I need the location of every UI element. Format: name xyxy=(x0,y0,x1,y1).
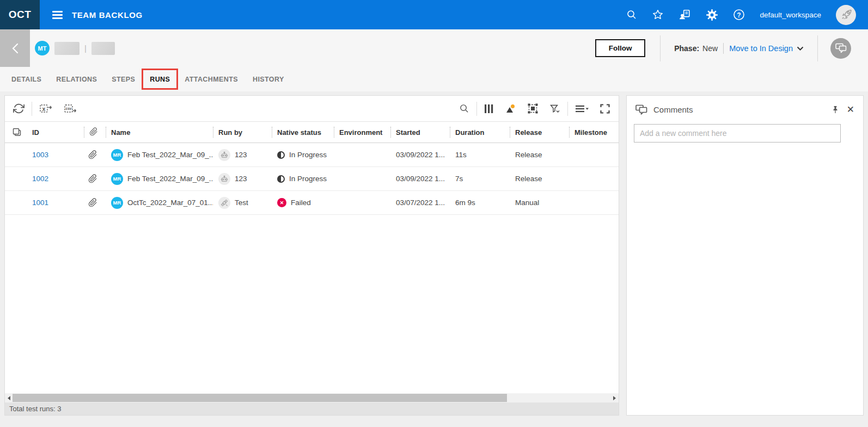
help-icon[interactable]: ? xyxy=(733,9,745,21)
column-header-release[interactable]: Release xyxy=(510,128,569,137)
table-row[interactable]: 1001 MR OctTc_2022_Mar_07_01... Test ✕ F… xyxy=(5,191,619,215)
run-type-badge: MR xyxy=(111,149,123,161)
scroll-left-arrow-icon[interactable] xyxy=(8,396,10,400)
paperclip-icon xyxy=(88,174,97,183)
tab-steps[interactable]: STEPS xyxy=(112,76,135,83)
tab-relations[interactable]: RELATIONS xyxy=(56,76,97,83)
native-status-value: In Progress xyxy=(289,175,327,183)
divider xyxy=(660,35,661,61)
chevron-down-icon xyxy=(797,46,804,51)
my-work-icon[interactable] xyxy=(678,9,691,21)
comments-title: Comments xyxy=(653,105,693,114)
refresh-icon[interactable] xyxy=(13,103,25,114)
divider xyxy=(723,43,724,54)
robot-icon xyxy=(218,173,230,185)
column-header-started[interactable]: Started xyxy=(390,128,450,137)
svg-text:x: x xyxy=(42,105,46,112)
tab-runs-label: RUNS xyxy=(150,76,170,83)
run-id-link[interactable]: 1003 xyxy=(32,151,48,159)
main-content: x csv xyxy=(0,91,868,416)
export-csv-icon[interactable]: csv xyxy=(64,103,77,115)
entity-type-badge: MT xyxy=(35,41,50,55)
native-status-value: Failed xyxy=(291,199,311,207)
attachment-indicator[interactable] xyxy=(84,150,106,159)
tab-attachments-label: ATTACHMENTS xyxy=(185,76,238,83)
search-icon[interactable] xyxy=(626,9,637,20)
fullscreen-icon[interactable] xyxy=(600,103,610,114)
runs-grid-panel: x csv xyxy=(4,95,619,416)
svg-text:?: ? xyxy=(737,11,741,19)
grid-toolbar: x csv xyxy=(5,96,619,121)
back-button[interactable] xyxy=(0,29,30,67)
phase-label: Phase: xyxy=(674,44,699,53)
density-icon[interactable] xyxy=(575,104,589,114)
run-by-value: Test xyxy=(235,199,248,207)
column-header-run-by[interactable]: Run by xyxy=(213,128,272,137)
started-value: 03/09/2022 1... xyxy=(390,151,450,159)
release-value: Release xyxy=(510,151,569,159)
column-header-native-status[interactable]: Native status xyxy=(272,128,334,137)
user-avatar-rocket-icon[interactable] xyxy=(836,5,856,25)
app-logo[interactable]: OCT xyxy=(0,0,40,29)
table-row[interactable]: 1002 MR Feb Test_2022_Mar_09_... 123 In … xyxy=(5,167,619,191)
table-row[interactable]: 1003 MR Feb Test_2022_Mar_09_... 123 In … xyxy=(5,143,619,167)
run-name: Feb Test_2022_Mar_09_... xyxy=(127,175,213,183)
run-type-badge: MR xyxy=(111,173,123,185)
release-value: Manual xyxy=(510,199,569,207)
close-icon[interactable]: ✕ xyxy=(847,105,854,114)
workspace-selector[interactable]: default_workspace xyxy=(760,11,821,19)
run-id-link[interactable]: 1001 xyxy=(32,199,48,207)
run-by-value: 123 xyxy=(235,175,247,183)
select-columns-icon[interactable] xyxy=(527,103,539,114)
grid-search-icon[interactable] xyxy=(459,103,469,114)
chat-bubbles-icon xyxy=(635,104,647,115)
entity-tabs: DETAILS RELATIONS STEPS RUNS ATTACHMENTS… xyxy=(0,67,868,91)
column-header-duration[interactable]: Duration xyxy=(450,128,510,137)
started-value: 03/07/2022 1... xyxy=(390,199,450,207)
add-comment-input[interactable] xyxy=(634,124,841,143)
divider xyxy=(476,102,477,116)
paperclip-icon xyxy=(88,150,97,159)
column-header-name[interactable]: Name xyxy=(106,128,213,137)
copy-rows-icon[interactable] xyxy=(5,127,27,137)
comments-toggle-button[interactable] xyxy=(830,38,851,59)
move-to-in-design-button[interactable]: Move to In Design xyxy=(729,44,804,53)
horizontal-scrollbar[interactable] xyxy=(5,393,619,403)
in-progress-status-icon xyxy=(277,151,285,159)
menu-icon[interactable] xyxy=(52,11,63,19)
column-header-milestone[interactable]: Milestone xyxy=(569,128,619,137)
pin-icon[interactable] xyxy=(832,106,839,114)
divider xyxy=(567,102,568,116)
in-progress-status-icon xyxy=(277,175,285,183)
settings-gear-icon[interactable] xyxy=(706,9,718,21)
satellite-icon xyxy=(218,197,230,209)
tab-history-label: HISTORY xyxy=(253,76,284,83)
attachment-indicator[interactable] xyxy=(84,174,106,183)
scroll-right-arrow-icon[interactable] xyxy=(613,396,616,400)
paperclip-icon xyxy=(89,127,98,136)
tab-history[interactable]: HISTORY xyxy=(253,76,284,83)
column-picker-icon[interactable] xyxy=(484,103,493,114)
entity-header: MT | Follow Phase: New Move to In Design xyxy=(0,29,868,67)
filter-icon[interactable] xyxy=(549,103,560,114)
export-excel-icon[interactable]: x xyxy=(39,103,53,115)
comments-panel: Comments ✕ xyxy=(626,95,864,416)
paperclip-icon xyxy=(88,198,97,207)
svg-text:csv: csv xyxy=(66,106,72,110)
tab-details[interactable]: DETAILS xyxy=(11,76,41,83)
duration-value: 11s xyxy=(450,151,510,159)
scrollbar-thumb[interactable] xyxy=(13,394,507,402)
tab-runs[interactable]: RUNS xyxy=(150,76,170,83)
column-header-id[interactable]: ID xyxy=(27,128,84,137)
attachment-indicator[interactable] xyxy=(84,198,106,207)
star-icon[interactable] xyxy=(652,9,664,21)
follow-button[interactable]: Follow xyxy=(595,39,645,57)
tab-attachments[interactable]: ATTACHMENTS xyxy=(185,76,238,83)
tab-relations-label: RELATIONS xyxy=(56,76,97,83)
run-by-value: 123 xyxy=(235,151,247,159)
phase-value: New xyxy=(702,44,718,53)
run-id-link[interactable]: 1002 xyxy=(32,175,48,183)
column-header-attachments[interactable] xyxy=(84,127,106,138)
group-by-icon[interactable] xyxy=(504,103,516,114)
column-header-environment[interactable]: Environment xyxy=(334,128,390,137)
